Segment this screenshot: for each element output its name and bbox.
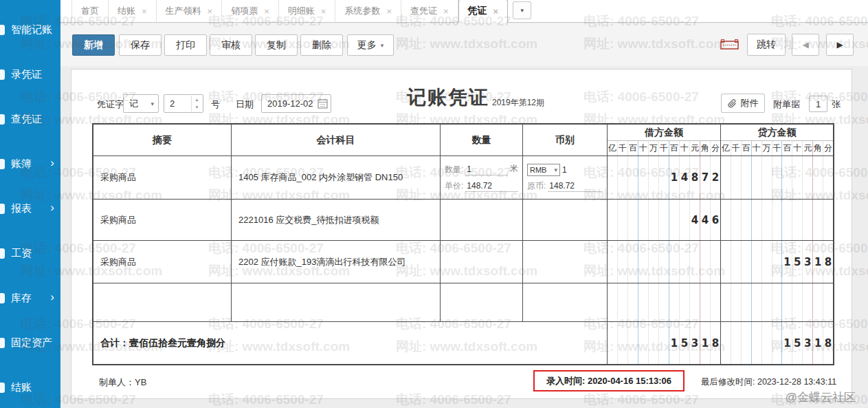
attachment-button[interactable]: 附件	[721, 94, 765, 113]
close-icon[interactable]: ×	[208, 7, 213, 16]
date-input[interactable]: 2019-12-02	[261, 94, 331, 113]
voucher-number-stepper[interactable]: 2 ▲ ▼	[164, 94, 203, 113]
currency-select[interactable]: RMB▾	[527, 164, 560, 176]
voucher-word-select[interactable]: 记 ▾	[123, 94, 159, 113]
digit-column	[700, 283, 711, 321]
more-button[interactable]: 更多▾	[347, 34, 394, 56]
sidebar-item-库存[interactable]: 库存›	[0, 286, 60, 310]
currency-cell[interactable]	[523, 241, 608, 283]
summary-cell[interactable]: 采购商品	[93, 241, 232, 283]
digit-column	[762, 283, 772, 321]
currency-cell[interactable]	[523, 283, 608, 321]
close-icon[interactable]: ×	[142, 7, 147, 16]
voucher-period: 2019年第12期	[492, 97, 544, 109]
currency-cell[interactable]	[523, 200, 608, 240]
currency-line: RMB▾1	[527, 164, 603, 176]
tab-销项票[interactable]: 销项票×	[222, 0, 279, 22]
tab-overflow-button[interactable]: ▾	[513, 1, 531, 19]
keyboard-icon[interactable]	[720, 39, 739, 54]
spin-down-icon[interactable]: ▼	[192, 104, 202, 112]
quantity-cell[interactable]: 数量:1米单价:148.72	[441, 156, 523, 199]
attach-doc-input[interactable]: 1	[809, 96, 827, 112]
debit-amount-grid[interactable]	[608, 241, 721, 283]
tab-系统参数[interactable]: 系统参数×	[335, 0, 401, 22]
digit-column	[628, 283, 638, 321]
account-cell[interactable]: 1405 库存商品_002 内外涂塑钢管 DN150	[232, 156, 441, 199]
table-row: 采购商品1405 库存商品_002 内外涂塑钢管 DN150数量:1米单价:14…	[93, 156, 833, 200]
sidebar-item-icon	[0, 293, 5, 303]
summary-cell[interactable]	[93, 283, 232, 321]
spin-up-icon[interactable]: ▲	[192, 96, 202, 104]
tab-首页[interactable]: 首页	[71, 0, 109, 22]
close-icon[interactable]: ×	[264, 7, 269, 16]
tab-凭证[interactable]: 凭证×	[458, 0, 509, 23]
digit-column: 5	[792, 241, 803, 283]
previous-voucher-button[interactable]: ◀	[792, 34, 819, 56]
account-cell[interactable]: 2221016 应交税费_待抵扣进项税额	[232, 200, 441, 240]
currency-cell[interactable]: RMB▾1原币:148.72	[523, 156, 608, 199]
quantity-cell[interactable]	[441, 283, 523, 321]
digit-column: 6	[711, 200, 720, 240]
复制-button[interactable]: 复制	[255, 34, 298, 56]
digit-column: 十	[752, 141, 762, 155]
sidebar-item-icon	[0, 69, 5, 80]
next-voucher-button[interactable]: ▶	[826, 34, 854, 56]
summary-cell[interactable]: 采购商品	[93, 200, 232, 240]
sidebar-item-查凭证[interactable]: 查凭证	[0, 107, 60, 131]
sidebar-item-icon	[0, 114, 5, 125]
删除-button[interactable]: 删除	[300, 34, 343, 56]
审核-button[interactable]: 审核	[210, 34, 252, 56]
digit-column: 分	[711, 141, 720, 155]
debit-amount-grid[interactable]: 14872	[608, 156, 721, 199]
tab-结账[interactable]: 结账×	[109, 0, 157, 22]
calendar-icon[interactable]	[318, 98, 328, 111]
tab-label: 结账	[118, 5, 135, 17]
close-icon[interactable]: ×	[443, 7, 449, 16]
sidebar-item-录凭证[interactable]: 录凭证	[0, 63, 60, 86]
digit-column	[711, 241, 720, 283]
sidebar-item-结账[interactable]: 结账	[0, 376, 60, 399]
quantity-cell[interactable]	[441, 241, 523, 283]
debit-amount-grid[interactable]	[608, 283, 721, 321]
digit-column	[823, 200, 833, 240]
spinner-arrows[interactable]: ▲ ▼	[191, 96, 202, 111]
sidebar-item-账簿[interactable]: 账簿›	[0, 152, 60, 175]
unit-price-value[interactable]: 148.72	[465, 181, 518, 192]
quantity-label: 数量:	[445, 164, 463, 175]
debit-amount-grid[interactable]: 446	[608, 200, 721, 240]
digit-column	[762, 156, 772, 199]
sidebar-item-固定资产[interactable]: 固定资产	[0, 331, 60, 354]
tab-生产领料[interactable]: 生产领料×	[157, 0, 223, 22]
sidebar-item-工资[interactable]: 工资	[0, 241, 60, 265]
summary-cell[interactable]: 采购商品	[93, 156, 232, 199]
table-total-row: 合计：壹佰伍拾叁元壹角捌分1531815318	[93, 322, 833, 364]
tab-明细账[interactable]: 明细账×	[279, 0, 336, 22]
tab-查凭证[interactable]: 查凭证×	[401, 0, 458, 22]
sidebar-item-智能记账[interactable]: 智能记账	[0, 18, 60, 41]
account-cell[interactable]: 2202 应付账款_193滴滴出行科技有限公司	[232, 241, 441, 283]
新增-button[interactable]: 新增	[72, 34, 115, 56]
account-cell[interactable]	[232, 283, 441, 321]
button-label: 新增	[84, 39, 103, 52]
digit-column	[772, 241, 783, 283]
credit-amount-grid[interactable]	[721, 156, 833, 199]
credit-amount-grid[interactable]	[721, 200, 833, 240]
jump-button[interactable]: 跳转	[747, 34, 786, 56]
original-currency-value[interactable]: 148.72	[548, 181, 603, 192]
button-label: 保存	[131, 39, 150, 52]
quantity-cell[interactable]	[441, 200, 523, 240]
close-icon[interactable]: ×	[321, 7, 326, 16]
sidebar-item-报表[interactable]: 报表›	[0, 197, 60, 220]
credit-amount-grid[interactable]: 15318	[721, 241, 833, 283]
close-icon[interactable]: ×	[386, 7, 392, 16]
chevron-right-icon: ›	[50, 291, 54, 303]
content-area: 凭证字 记 ▾ 2 ▲ ▼ 号 日期 2019-12-02	[60, 66, 868, 408]
digit-column	[742, 283, 752, 321]
chevron-down-icon: ▾	[520, 7, 524, 14]
quantity-value[interactable]: 1	[465, 164, 508, 175]
打印-button[interactable]: 打印	[164, 34, 207, 56]
credit-amount-grid[interactable]	[721, 283, 833, 321]
digit-column: 1	[782, 322, 792, 364]
close-icon[interactable]: ×	[493, 7, 499, 16]
保存-button[interactable]: 保存	[119, 34, 162, 56]
